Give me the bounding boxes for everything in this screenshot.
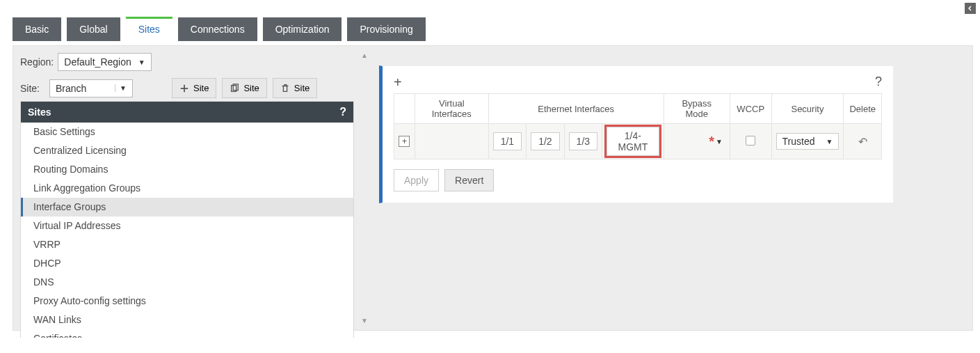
trash-icon — [280, 84, 290, 93]
scrollbar[interactable]: ▲ ▼ — [361, 52, 368, 324]
tab-basic[interactable]: Basic — [13, 17, 61, 41]
sidebar-item-vrrp[interactable]: VRRP — [21, 235, 353, 254]
site-label: Site: — [20, 83, 40, 94]
tab-connections[interactable]: Connections — [178, 17, 257, 41]
eth-port-1-3[interactable]: 1/3 — [569, 132, 597, 150]
tab-global[interactable]: Global — [67, 17, 120, 41]
wccp-checkbox[interactable] — [746, 136, 755, 146]
sidebar-tree: Sites ? Basic Settings Centralized Licen… — [20, 101, 354, 338]
region-select[interactable]: Default_Region ▼ — [58, 53, 151, 71]
copy-icon — [230, 84, 239, 93]
sidebar-item-virtual-ip[interactable]: Virtual IP Addresses — [21, 217, 353, 235]
eth-port-1-2[interactable]: 1/2 — [531, 132, 559, 150]
tab-provisioning[interactable]: Provisioning — [347, 17, 425, 41]
tree-title: Sites — [28, 107, 51, 118]
table-row: + 1/1 1/2 1/3 1/4-MGMT *▼ Trusted — [394, 124, 882, 159]
clone-site-label: Site — [243, 83, 259, 93]
sidebar-item-dns[interactable]: DNS — [21, 273, 353, 292]
sidebar-item-dhcp[interactable]: DHCP — [21, 254, 353, 273]
add-row-button[interactable]: + — [394, 75, 402, 89]
right-pane: + ? Virtual Interfaces Ethernet Interfac… — [360, 46, 972, 330]
region-value: Default_Region — [64, 56, 131, 68]
eth-port-1-1[interactable]: 1/1 — [493, 132, 522, 150]
clone-site-button[interactable]: Site — [222, 78, 266, 98]
tab-sites[interactable]: Sites — [126, 17, 172, 41]
cell-virtual — [415, 124, 488, 159]
tab-optimization[interactable]: Optimization — [263, 17, 342, 41]
scroll-down-icon[interactable]: ▼ — [361, 317, 368, 324]
col-bypass: Bypass Mode — [664, 94, 730, 124]
sidebar-item-link-aggregation[interactable]: Link Aggregation Groups — [21, 179, 353, 198]
security-value: Trusted — [782, 136, 815, 147]
left-pane: Region: Default_Region ▼ Site: Branch ▼ … — [13, 46, 360, 330]
collapse-panel-icon[interactable] — [965, 3, 976, 14]
col-ethernet: Ethernet Interfaces — [488, 94, 664, 124]
undo-icon[interactable]: ↶ — [858, 136, 867, 148]
chevron-down-icon: ▼ — [138, 58, 145, 66]
required-icon: * — [709, 134, 714, 149]
delete-site-label: Site — [294, 83, 310, 93]
add-site-button[interactable]: Site — [172, 78, 216, 98]
col-wccp: WCCP — [730, 94, 771, 124]
apply-button[interactable]: Apply — [394, 169, 439, 191]
plus-icon — [179, 84, 189, 93]
expand-row-button[interactable]: + — [399, 136, 410, 147]
col-virtual: Virtual Interfaces — [415, 94, 488, 124]
chevron-down-icon: ▼ — [115, 84, 127, 92]
scroll-up-icon[interactable]: ▲ — [361, 52, 368, 59]
sidebar-item-interface-groups[interactable]: Interface Groups — [21, 198, 353, 217]
sidebar-item-basic-settings[interactable]: Basic Settings — [21, 123, 353, 141]
sidebar-item-centralized-licensing[interactable]: Centralized Licensing — [21, 141, 353, 160]
tree-help-icon[interactable]: ? — [339, 106, 346, 118]
sidebar-item-proxy-autoconfig[interactable]: Proxy Auto-config settings — [21, 292, 353, 311]
delete-site-button[interactable]: Site — [273, 78, 317, 98]
main-panel: Region: Default_Region ▼ Site: Branch ▼ … — [13, 45, 973, 331]
security-select[interactable]: Trusted ▼ — [776, 133, 840, 150]
site-value: Branch — [56, 83, 86, 94]
top-tabs: Basic Global Sites Connections Optimizat… — [0, 0, 980, 41]
chevron-down-icon: ▼ — [716, 138, 723, 146]
tree-header: Sites ? — [21, 102, 353, 123]
eth-port-1-4-mgmt[interactable]: 1/4-MGMT — [607, 127, 659, 156]
interface-table: Virtual Interfaces Ethernet Interfaces B… — [394, 93, 882, 159]
col-security: Security — [771, 94, 844, 124]
revert-button[interactable]: Revert — [444, 169, 494, 191]
bypass-mode-select[interactable]: *▼ — [664, 124, 730, 159]
add-site-label: Site — [193, 83, 209, 93]
site-select[interactable]: Branch ▼ — [49, 79, 133, 97]
sidebar-item-wan-links[interactable]: WAN Links — [21, 311, 353, 329]
region-label: Region: — [20, 56, 54, 68]
chevron-down-icon: ▼ — [826, 138, 833, 146]
col-delete: Delete — [844, 94, 882, 124]
help-icon[interactable]: ? — [875, 74, 882, 89]
sidebar-item-certificates[interactable]: Certificates — [21, 329, 353, 338]
interface-groups-card: + ? Virtual Interfaces Ethernet Interfac… — [379, 65, 894, 203]
sidebar-item-routing-domains[interactable]: Routing Domains — [21, 160, 353, 179]
